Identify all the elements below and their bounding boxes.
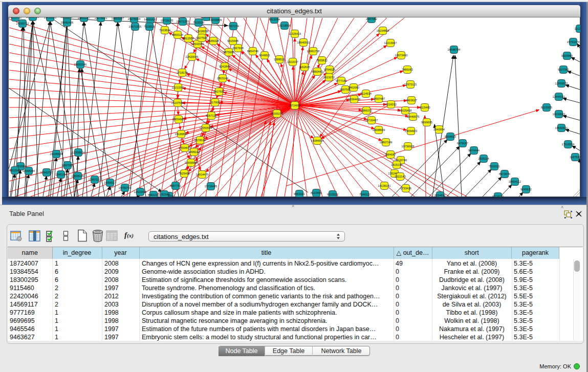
svg-text:8661230: 8661230 (148, 193, 159, 196)
svg-text:10654112: 10654112 (509, 180, 521, 183)
svg-text:7515526: 7515526 (193, 21, 204, 24)
svg-text:24055712: 24055712 (9, 17, 22, 19)
svg-text:9242843: 9242843 (219, 65, 230, 68)
svg-text:8427552: 8427552 (213, 90, 225, 93)
svg-text:3267130: 3267130 (206, 114, 217, 117)
svg-text:10973493: 10973493 (395, 54, 408, 57)
svg-text:1640954: 1640954 (433, 128, 445, 131)
svg-text:16648784: 16648784 (448, 48, 461, 51)
svg-text:14136141: 14136141 (378, 184, 391, 187)
svg-text:16033809: 16033809 (209, 18, 222, 21)
svg-text:317006: 317006 (210, 101, 220, 104)
svg-text:1345194: 1345194 (55, 173, 67, 176)
svg-text:12213967: 12213967 (384, 41, 397, 45)
svg-text:19218506: 19218506 (278, 24, 291, 27)
svg-text:7462060: 7462060 (348, 86, 359, 89)
svg-text:13654923: 13654923 (405, 129, 418, 133)
svg-text:9315468: 9315468 (227, 39, 238, 42)
svg-text:14958117: 14958117 (104, 181, 116, 184)
svg-text:8123456: 8123456 (311, 191, 322, 194)
svg-text:7515526: 7515526 (144, 25, 155, 28)
svg-text:12213369: 12213369 (172, 86, 185, 89)
svg-text:7625402: 7625402 (179, 172, 190, 175)
svg-text:9875685: 9875685 (223, 51, 234, 54)
svg-text:9227342: 9227342 (558, 68, 569, 71)
svg-text:16543382: 16543382 (191, 42, 204, 46)
svg-text:22420046: 22420046 (186, 55, 199, 58)
svg-text:1112541: 1112541 (575, 27, 580, 30)
svg-text:12444151: 12444151 (553, 95, 565, 98)
svg-text:10025458: 10025458 (399, 109, 412, 112)
svg-text:2935114: 2935114 (478, 157, 489, 160)
svg-text:9015523: 9015523 (327, 193, 338, 196)
svg-text:15692921: 15692921 (555, 126, 568, 129)
svg-text:12975115: 12975115 (404, 83, 417, 86)
svg-text:9777169: 9777169 (336, 79, 347, 82)
svg-text:12353594: 12353594 (200, 126, 212, 129)
svg-text:20691406: 20691406 (27, 17, 39, 18)
svg-text:64661620: 64661620 (144, 18, 157, 21)
svg-text:9329965: 9329965 (561, 54, 573, 57)
svg-text:20364436: 20364436 (348, 98, 361, 101)
svg-text:19384554: 19384554 (311, 139, 324, 142)
svg-text:2803144: 2803144 (217, 77, 228, 80)
svg-text:8813054: 8813054 (269, 18, 280, 21)
svg-text:15300273: 15300273 (271, 112, 284, 115)
svg-text:19671355: 19671355 (177, 20, 189, 23)
svg-text:19166825: 19166825 (175, 133, 188, 136)
svg-text:1322037: 1322037 (287, 60, 298, 63)
svg-text:19456620: 19456620 (44, 17, 57, 19)
svg-text:15276024: 15276024 (128, 17, 141, 20)
svg-text:16107552: 16107552 (171, 101, 184, 104)
svg-text:9327508: 9327508 (196, 36, 207, 39)
svg-text:9463627: 9463627 (406, 99, 417, 102)
svg-text:1292344: 1292344 (159, 193, 170, 196)
svg-text:17016534: 17016534 (562, 143, 575, 146)
svg-text:24055712: 24055712 (16, 22, 29, 25)
svg-text:1733426: 1733426 (400, 187, 411, 190)
svg-text:12923446: 12923446 (134, 190, 147, 193)
svg-text:7485063: 7485063 (402, 68, 413, 71)
svg-text:20691406: 20691406 (61, 21, 74, 24)
svg-text:9463201: 9463201 (294, 192, 305, 195)
svg-text:15276021: 15276021 (95, 17, 107, 19)
svg-text:10653287: 10653287 (78, 17, 91, 19)
svg-text:2367608: 2367608 (232, 47, 244, 50)
svg-text:15716485: 15716485 (205, 185, 217, 188)
svg-text:15226058: 15226058 (196, 30, 209, 33)
svg-text:10719135: 10719135 (161, 19, 173, 22)
svg-text:8938823: 8938823 (445, 135, 456, 138)
svg-text:2718176: 2718176 (177, 71, 188, 74)
svg-text:12909948: 12909948 (185, 161, 198, 164)
svg-text:8215935: 8215935 (541, 106, 552, 109)
svg-text:3124534: 3124534 (360, 92, 372, 95)
svg-text:20053346: 20053346 (74, 63, 87, 66)
svg-text:10688609: 10688609 (373, 128, 385, 132)
svg-text:11325419: 11325419 (289, 32, 301, 35)
svg-text:18807249: 18807249 (380, 141, 393, 144)
svg-text:12359924: 12359924 (72, 151, 85, 154)
svg-text:8660124: 8660124 (172, 33, 183, 36)
svg-text:11568294: 11568294 (23, 169, 35, 172)
svg-text:10507487: 10507487 (373, 97, 385, 100)
svg-text:2987682: 2987682 (366, 17, 377, 20)
svg-text:17004676: 17004676 (179, 146, 191, 149)
svg-text:18640910: 18640910 (297, 41, 310, 44)
svg-text:9115460: 9115460 (419, 106, 430, 109)
svg-text:6479197: 6479197 (457, 142, 468, 145)
svg-text:16961758: 16961758 (307, 50, 320, 53)
svg-text:18553267: 18553267 (61, 17, 74, 18)
svg-text:9657791: 9657791 (170, 184, 181, 187)
svg-text:20206526: 20206526 (50, 152, 63, 156)
svg-text:1522143: 1522143 (395, 175, 406, 178)
svg-text:9684067: 9684067 (385, 153, 396, 156)
svg-text:8186328: 8186328 (208, 39, 219, 42)
svg-text:1162615: 1162615 (299, 65, 310, 69)
svg-text:9474444: 9474444 (468, 149, 480, 152)
svg-text:19671355: 19671355 (129, 25, 142, 28)
svg-text:5578312: 5578312 (194, 139, 206, 142)
svg-text:8990443: 8990443 (312, 70, 323, 73)
svg-text:9699695: 9699695 (421, 121, 432, 124)
svg-text:8471676: 8471676 (499, 172, 510, 176)
svg-text:1615132: 1615132 (391, 163, 402, 166)
